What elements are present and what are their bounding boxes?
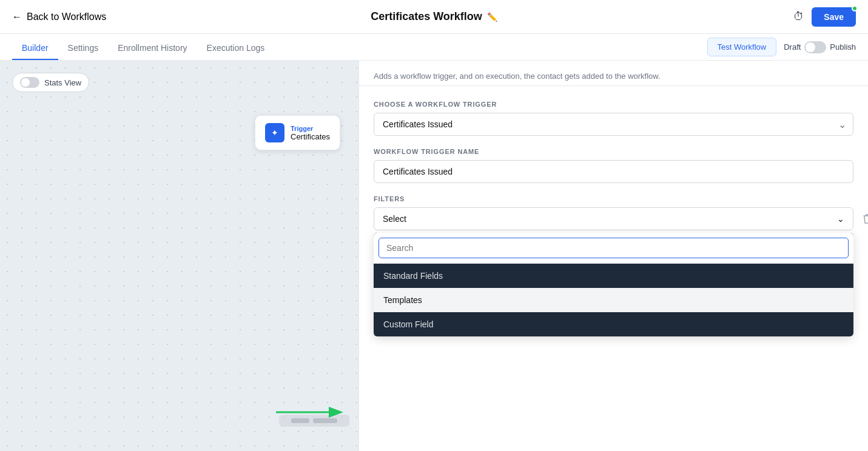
panel-content: CHOOSE A WORKFLOW TRIGGER Certificates I… [359,86,868,245]
workflow-trigger-dropdown-wrapper: Certificates Issued ⌄ [374,113,853,136]
panel-top-bar: Adds a workflow trigger, and on executio… [359,61,868,86]
panel-subtitle: Adds a workflow trigger, and on executio… [374,72,853,81]
trigger-node-icon: ✦ [265,123,284,142]
stats-view-toggle[interactable]: Stats View [12,73,89,92]
draft-label: Draft [784,42,801,52]
tab-enrollment-history[interactable]: Enrollment History [108,37,197,60]
workflow-title: Certificates Workflow [371,10,482,23]
stats-toggle-label: Stats View [44,78,81,87]
save-label: Save [824,12,844,22]
dropdown-search-input[interactable] [378,238,849,258]
publish-toggle[interactable] [804,41,826,53]
filters-label: FILTERS [374,195,853,202]
filter-dropdown-container: Select ⌄ Standard Fields [374,207,853,230]
header: ← Back to Workflows Certificates Workflo… [0,0,868,34]
filter-select-placeholder: Select [383,214,406,224]
edit-title-icon[interactable]: ✏️ [487,12,497,22]
nav-tabs: Builder Settings Enrollment History Exec… [0,34,868,61]
right-panel: Adds a workflow trigger, and on executio… [358,61,868,451]
trigger-name-label: WORKFLOW TRIGGER NAME [374,148,853,155]
workflow-trigger-select[interactable]: Certificates Issued [374,113,853,136]
canvas-area: Stats View ✦ Trigger Certificates [0,61,358,451]
back-button[interactable]: ← Back to Workflows [12,12,106,22]
trigger-section-label: CHOOSE A WORKFLOW TRIGGER [374,101,853,108]
stats-toggle-switch[interactable] [20,77,39,88]
filter-select-box[interactable]: Select ⌄ [374,207,853,230]
tab-builder[interactable]: Builder [12,37,58,60]
filter-dropdown-chevron: ⌄ [837,214,844,224]
header-right: ⏱ Save [793,7,856,27]
back-arrow-icon: ← [12,12,22,22]
filter-row: Select ⌄ Standard Fields [374,207,853,230]
tab-settings[interactable]: Settings [58,37,109,60]
main-area: Stats View ✦ Trigger Certificates [0,61,868,451]
save-button[interactable]: Save [812,7,856,27]
small-bottom-node [279,415,349,427]
nav-right: Test Workflow Draft Publish [707,38,856,60]
tab-execution-logs[interactable]: Execution Logs [197,37,275,60]
publish-label: Publish [830,42,856,52]
test-workflow-button[interactable]: Test Workflow [707,38,777,56]
dropdown-item-standard-fields[interactable]: Standard Fields [374,264,853,288]
trigger-info: Trigger Certificates [291,125,330,141]
header-center: Certificates Workflow ✏️ [371,10,497,23]
trigger-node[interactable]: ✦ Trigger Certificates [255,115,340,150]
back-label: Back to Workflows [27,12,106,22]
dropdown-search-container [374,233,853,264]
trigger-node-label: Trigger [291,125,330,132]
dropdown-item-custom-field[interactable]: Custom Field [374,312,853,336]
dropdown-item-templates[interactable]: Templates [374,288,853,312]
trigger-name-input[interactable] [374,160,853,183]
notification-dot [852,5,858,12]
history-icon[interactable]: ⏱ [793,10,804,23]
filters-section: Select ⌄ Standard Fields [374,207,853,230]
workflow-title-area: Certificates Workflow ✏️ [371,10,497,23]
draft-toggle-area: Draft Publish [784,41,856,53]
trigger-node-name: Certificates [291,132,330,141]
filter-delete-button[interactable] [858,207,868,230]
filter-dropdown-menu: Standard Fields Templates Custom Field [374,233,853,336]
